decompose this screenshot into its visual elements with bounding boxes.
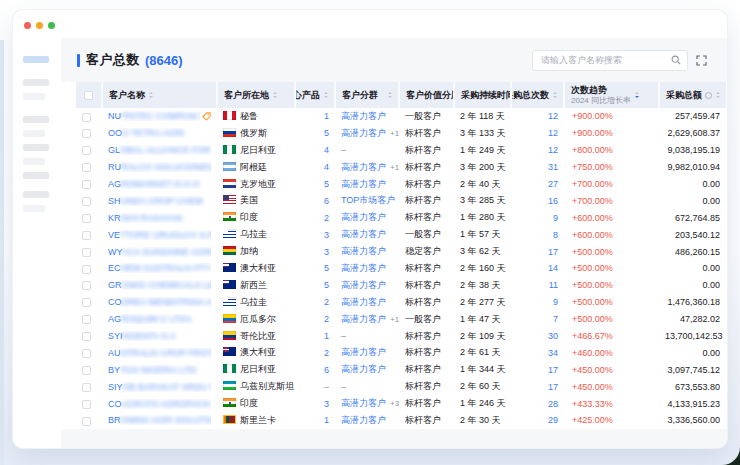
fullscreen-icon[interactable] bbox=[695, 54, 708, 67]
core-products-count[interactable]: 5 bbox=[295, 277, 335, 294]
purchase-count[interactable]: 17 bbox=[511, 243, 564, 260]
close-window-icon[interactable] bbox=[24, 22, 31, 29]
customer-name-link[interactable]: WYACA SUNSHINE AGRO PRODU... bbox=[108, 247, 211, 257]
purchase-count[interactable]: 14 bbox=[511, 260, 564, 277]
segment-label[interactable]: 高潜力客户 bbox=[341, 212, 386, 222]
sidebar-placeholder[interactable] bbox=[23, 116, 49, 123]
col-header-trend[interactable]: 次数趋势 2024 同比增长率 bbox=[564, 82, 659, 108]
segment-label[interactable]: – bbox=[341, 331, 346, 341]
customer-name-link[interactable]: BROWNS AGRI SOLUTIONS PVT LTD bbox=[108, 415, 211, 425]
segment-label[interactable]: TOP市场客户 bbox=[341, 195, 395, 205]
row-checkbox[interactable] bbox=[82, 129, 91, 138]
segment-label[interactable]: 高潜力客户 bbox=[341, 179, 386, 189]
purchase-count[interactable]: 9 bbox=[511, 209, 564, 226]
row-checkbox[interactable] bbox=[82, 197, 91, 206]
purchase-count[interactable]: 9 bbox=[511, 294, 564, 311]
sidebar-placeholder[interactable] bbox=[23, 93, 45, 100]
row-checkbox[interactable] bbox=[82, 214, 91, 223]
segment-label[interactable]: 高潜力客户 bbox=[341, 280, 386, 290]
segment-label[interactable]: 高潜力客户 bbox=[341, 128, 386, 138]
core-products-count[interactable]: 2 bbox=[295, 311, 335, 328]
customer-name-link[interactable]: COAGRATS AGROPACK PRIVATE ... bbox=[108, 399, 211, 409]
col-header-core-products[interactable]: 核心产品 bbox=[295, 82, 335, 108]
core-products-count[interactable]: – bbox=[295, 378, 335, 395]
row-checkbox[interactable] bbox=[82, 248, 91, 257]
sidebar-placeholder[interactable] bbox=[23, 172, 49, 179]
sidebar-placeholder[interactable] bbox=[23, 191, 49, 198]
core-products-count[interactable]: 4 bbox=[295, 142, 335, 159]
core-products-count[interactable]: 2 bbox=[295, 294, 335, 311]
sidebar-placeholder[interactable] bbox=[23, 130, 45, 137]
core-products-count[interactable]: 6 bbox=[295, 192, 335, 209]
row-checkbox[interactable] bbox=[82, 113, 91, 122]
segment-label[interactable]: 高潜力客户 bbox=[341, 297, 386, 307]
segment-label[interactable]: – bbox=[341, 145, 346, 155]
customer-name-link[interactable]: GLOBAL ALLIANCE FOR CHEMICA... bbox=[108, 145, 211, 155]
customer-name-link[interactable]: KRISHI RASAYAN bbox=[108, 213, 211, 223]
purchase-count[interactable]: 12 bbox=[511, 108, 564, 125]
row-checkbox[interactable] bbox=[82, 298, 91, 307]
core-products-count[interactable]: 6 bbox=[295, 361, 335, 378]
core-products-count[interactable]: 3 bbox=[295, 226, 335, 243]
purchase-count[interactable]: 11 bbox=[511, 277, 564, 294]
row-checkbox[interactable] bbox=[82, 265, 91, 274]
row-checkbox[interactable] bbox=[82, 146, 91, 155]
col-header-customer-name[interactable]: 客户名称 bbox=[102, 82, 217, 108]
purchase-count[interactable]: 7 bbox=[511, 311, 564, 328]
core-products-count[interactable]: 5 bbox=[295, 125, 335, 142]
sidebar-placeholder[interactable] bbox=[23, 144, 49, 151]
maximize-window-icon[interactable] bbox=[48, 22, 55, 29]
segment-label[interactable]: 高潜力客户 bbox=[341, 314, 386, 324]
purchase-count[interactable]: 12 bbox=[511, 125, 564, 142]
customer-name-link[interactable]: ECHEM AUSTRALIA PTY LIMITED bbox=[108, 263, 211, 273]
sidebar-placeholder[interactable] bbox=[23, 205, 45, 212]
row-checkbox[interactable] bbox=[82, 281, 91, 290]
core-products-count[interactable]: 1 bbox=[295, 328, 335, 345]
col-header-location[interactable]: 客户所在地 bbox=[217, 82, 295, 108]
search-input[interactable] bbox=[541, 55, 671, 65]
core-products-count[interactable]: 5 bbox=[295, 176, 335, 193]
segment-label[interactable]: 高潜力客户 bbox=[341, 364, 386, 374]
segment-label[interactable]: 高潜力客户 bbox=[341, 347, 386, 357]
row-checkbox[interactable] bbox=[82, 315, 91, 324]
customer-name-link[interactable]: VETTORE URUGUAY S.R.L bbox=[108, 230, 211, 240]
purchase-count[interactable]: 29 bbox=[511, 412, 564, 429]
core-products-count[interactable]: 2 bbox=[295, 209, 335, 226]
purchase-count[interactable]: 17 bbox=[511, 378, 564, 395]
customer-name-link[interactable]: GROWIS CHEMICALS LIMITED bbox=[108, 280, 211, 290]
segment-label[interactable]: 高潜力客户 bbox=[341, 162, 386, 172]
purchase-count[interactable]: 31 bbox=[511, 159, 564, 176]
purchase-count[interactable]: 27 bbox=[511, 176, 564, 193]
customer-name-link[interactable]: AUSTRALIS CROP PROTECTIONP... bbox=[108, 348, 211, 358]
customer-name-link[interactable]: AGROMARKET D.O.O bbox=[108, 179, 211, 189]
col-header-total-amount[interactable]: 采购总额 bbox=[659, 82, 726, 108]
core-products-count[interactable]: 4 bbox=[295, 159, 335, 176]
col-header-total-purchases[interactable]: 采购总次数 bbox=[511, 82, 564, 108]
search-icon[interactable] bbox=[671, 55, 681, 65]
core-products-count[interactable]: 5 bbox=[295, 260, 335, 277]
customer-name-link[interactable]: SHUNDA CROP CHEM bbox=[108, 196, 211, 206]
purchase-count[interactable]: 28 bbox=[511, 395, 564, 412]
purchase-count[interactable]: 30 bbox=[511, 328, 564, 345]
purchase-count[interactable]: 8 bbox=[511, 226, 564, 243]
segment-label[interactable]: 高潜力客户 bbox=[341, 415, 386, 425]
row-checkbox[interactable] bbox=[82, 163, 91, 172]
row-checkbox[interactable] bbox=[82, 417, 91, 426]
customer-name-link[interactable]: SYINGENTA S.A bbox=[108, 331, 211, 341]
segment-label[interactable]: 高潜力客户 bbox=[341, 398, 386, 408]
col-header-duration[interactable]: 采购持续时间 bbox=[454, 82, 511, 108]
customer-name-link[interactable]: SIYOB BARAKAT ORZU TORABYX... bbox=[108, 382, 211, 392]
sidebar-item-active[interactable] bbox=[23, 56, 49, 63]
row-checkbox[interactable] bbox=[82, 332, 91, 341]
core-products-count[interactable]: 1 bbox=[295, 412, 335, 429]
core-products-count[interactable]: 2 bbox=[295, 344, 335, 361]
customer-name-link[interactable]: NUTRITEC COMPANI S.A.C bbox=[108, 111, 200, 121]
segment-label[interactable]: 高潜力客户 bbox=[341, 246, 386, 256]
minimize-window-icon[interactable] bbox=[36, 22, 43, 29]
sidebar-placeholder[interactable] bbox=[23, 79, 49, 86]
row-checkbox[interactable] bbox=[82, 383, 91, 392]
row-checkbox[interactable] bbox=[82, 180, 91, 189]
select-all-checkbox[interactable] bbox=[84, 91, 93, 100]
segment-label[interactable]: – bbox=[341, 382, 346, 392]
col-header-segment[interactable]: 客户分群 bbox=[335, 82, 399, 108]
